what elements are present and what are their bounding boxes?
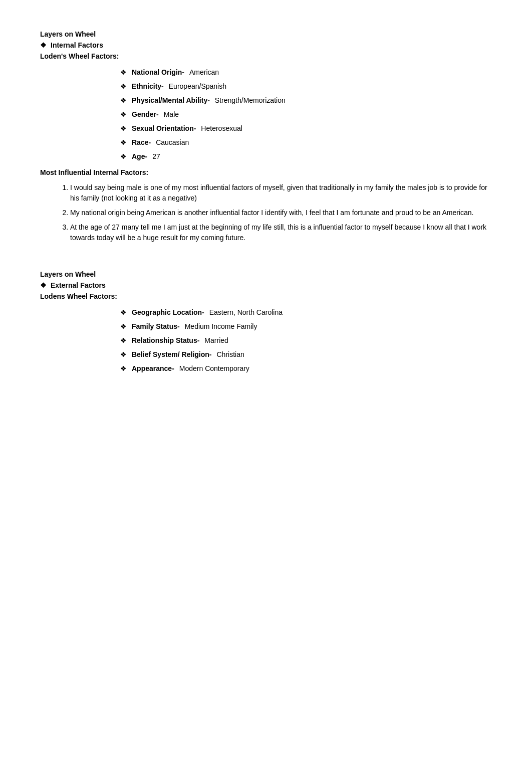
diamond-icon: ❖ (120, 110, 127, 118)
bullet-label: Family Status- (132, 322, 180, 330)
bullet-label: Race- (132, 138, 151, 146)
bullet-value: 27 (152, 152, 160, 160)
bullet-value: Caucasian (156, 138, 189, 146)
diamond-icon: ❖ (120, 152, 127, 160)
external-bullet-list: ❖Geographic Location-Eastern, North Caro… (120, 308, 492, 372)
bullet-value: Modern Contemporary (179, 364, 249, 372)
bullet-value: Medium Income Family (185, 322, 257, 330)
list-item: ❖Appearance-Modern Contemporary (120, 364, 492, 372)
diamond-icon: ❖ (120, 138, 127, 146)
bullet-label: Sexual Orientation- (132, 124, 196, 132)
bullet-label: Ethnicity- (132, 82, 164, 90)
lodens-wheel-heading: Loden's Wheel Factors: (40, 52, 492, 60)
diamond-icon: ❖ (120, 308, 127, 316)
list-item: ❖Relationship Status-Married (120, 336, 492, 344)
bullet-value: Christian (216, 350, 244, 358)
section-internal: Layers on Wheel ❖ Internal Factors Loden… (40, 30, 492, 243)
diamond-icon: ❖ (120, 322, 127, 330)
list-item: ❖Race-Caucasian (120, 138, 492, 146)
diamond-icon: ❖ (120, 124, 127, 132)
list-item: ❖Family Status-Medium Income Family (120, 322, 492, 330)
internal-factors-label: Internal Factors (51, 41, 103, 49)
numbered-list-item: I would say being male is one of my most… (70, 182, 492, 204)
diamond-icon: ❖ (120, 364, 127, 372)
bullet-label: Gender- (132, 110, 159, 118)
bullet-label: Geographic Location- (132, 308, 204, 316)
diamond-icon-1: ❖ (40, 41, 47, 49)
internal-factors-heading: ❖ Internal Factors (40, 41, 492, 49)
diamond-icon: ❖ (120, 350, 127, 358)
bullet-label: National Origin- (132, 68, 184, 76)
bullet-value: Heterosexual (201, 124, 242, 132)
diamond-icon: ❖ (120, 336, 127, 344)
bullet-label: Relationship Status- (132, 336, 199, 344)
list-item: ❖Ethnicity-European/Spanish (120, 82, 492, 90)
most-influential-heading: Most Influential Internal Factors: (40, 168, 492, 176)
bullet-value: Married (204, 336, 228, 344)
section-external: Layers on Wheel ❖ External Factors Loden… (40, 270, 492, 372)
layers-on-wheel-heading-1: Layers on Wheel (40, 30, 492, 38)
diamond-icon: ❖ (120, 68, 127, 76)
list-item: ❖Geographic Location-Eastern, North Caro… (120, 308, 492, 316)
external-factors-heading: ❖ External Factors (40, 281, 492, 289)
bullet-label: Appearance- (132, 364, 174, 372)
bullet-label: Age- (132, 152, 147, 160)
bullet-label: Belief System/ Religion- (132, 350, 211, 358)
list-item: ❖National Origin-American (120, 68, 492, 76)
bullet-value: European/Spanish (169, 82, 226, 90)
list-item: ❖Age-27 (120, 152, 492, 160)
diamond-icon: ❖ (120, 96, 127, 104)
list-item: ❖Sexual Orientation-Heterosexual (120, 124, 492, 132)
numbered-list-item: At the age of 27 many tell me I am just … (70, 222, 492, 243)
list-item: ❖Gender-Male (120, 110, 492, 118)
numbered-list: I would say being male is one of my most… (40, 182, 492, 243)
lodens-wheel-heading-2: Lodens Wheel Factors: (40, 292, 492, 300)
bullet-value: Male (164, 110, 179, 118)
numbered-list-item: My national origin being American is ano… (70, 208, 492, 218)
bullet-value: Strength/Memorization (215, 96, 286, 104)
layers-on-wheel-heading-2: Layers on Wheel (40, 270, 492, 278)
bullet-value: American (189, 68, 219, 76)
internal-bullet-list: ❖National Origin-American❖Ethnicity-Euro… (120, 68, 492, 160)
external-factors-label: External Factors (51, 281, 106, 289)
bullet-label: Physical/Mental Ability- (132, 96, 210, 104)
diamond-icon: ❖ (120, 82, 127, 90)
bullet-value: Eastern, North Carolina (209, 308, 283, 316)
list-item: ❖Belief System/ Religion-Christian (120, 350, 492, 358)
diamond-icon-2: ❖ (40, 281, 47, 289)
list-item: ❖Physical/Mental Ability-Strength/Memori… (120, 96, 492, 104)
